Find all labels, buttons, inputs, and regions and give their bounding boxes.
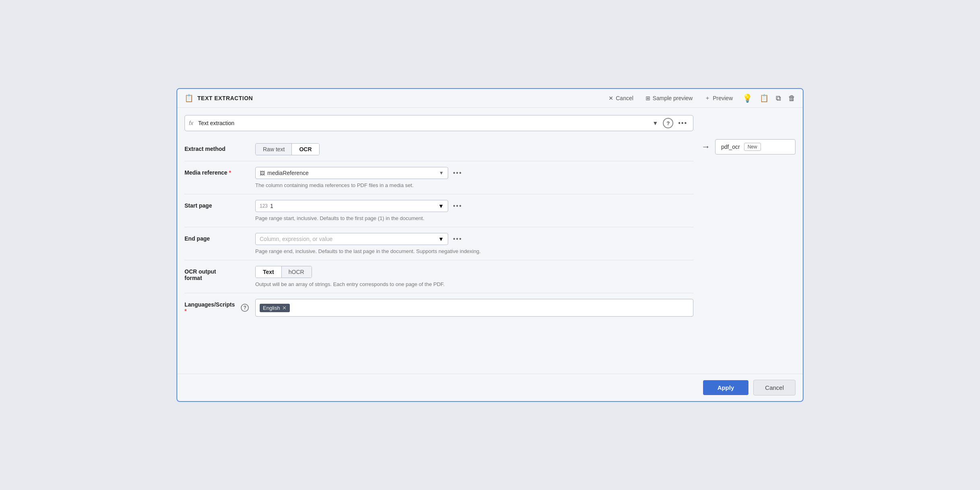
raw-text-button[interactable]: Raw text — [256, 144, 292, 155]
header-right: ✕ Cancel ⊞ Sample preview ＋ Preview 💡 📋 … — [606, 93, 795, 103]
ocr-output-format-label: OCR output format — [185, 266, 249, 281]
extract-method-toggle-group: Raw text OCR — [255, 143, 320, 155]
formula-bar: fx ▼ ? ••• — [185, 115, 693, 131]
media-reference-control: 🖼 mediaReference ▼ ••• The column contai… — [255, 167, 693, 188]
separator-4 — [185, 260, 693, 260]
languages-row: Languages/Scripts * ? English ✕ — [185, 294, 693, 321]
media-reference-value: mediaReference — [267, 170, 437, 176]
number-icon: 123 — [260, 203, 268, 209]
ocr-output-format-row: OCR output format Text hOCR Output will … — [185, 261, 693, 292]
separator-1 — [185, 161, 693, 161]
end-page-dropdown[interactable]: Column, expression, or value ▼ — [255, 233, 448, 245]
main-dialog: 📋 TEXT EXTRACTION ✕ Cancel ⊞ Sample prev… — [176, 88, 804, 402]
separator-3 — [185, 227, 693, 227]
end-page-chevron-icon: ▼ — [438, 236, 444, 242]
extract-method-row: Extract method Raw text OCR — [185, 138, 693, 160]
languages-label: Languages/Scripts * ? — [185, 299, 249, 314]
ocr-output-toggle-row: Text hOCR — [255, 266, 693, 278]
formula-more-button[interactable]: ••• — [677, 119, 689, 128]
start-page-chevron-icon: ▼ — [438, 203, 444, 209]
end-page-more-button[interactable]: ••• — [451, 235, 464, 243]
english-tag-label: English — [263, 305, 280, 311]
languages-label-text: Languages/Scripts * — [185, 301, 238, 314]
languages-help-button[interactable]: ? — [241, 304, 249, 312]
start-page-value: 1 — [270, 203, 436, 209]
image-icon: 🖼 — [260, 170, 265, 176]
ocr-output-toggle-group: Text hOCR — [255, 266, 312, 278]
header-bar: 📋 TEXT EXTRACTION ✕ Cancel ⊞ Sample prev… — [177, 89, 803, 108]
end-page-placeholder: Column, expression, or value — [260, 236, 436, 242]
new-badge: New — [744, 143, 761, 151]
end-page-label: End page — [185, 233, 249, 242]
copy-icon: ⧉ — [776, 94, 781, 103]
x-icon: ✕ — [609, 95, 613, 101]
fx-label: fx — [189, 120, 193, 126]
start-page-label: Start page — [185, 200, 249, 209]
lightbulb-icon: 💡 — [742, 93, 752, 103]
extract-method-label: Extract method — [185, 143, 249, 152]
right-panel: → pdf_ocr New — [701, 115, 795, 366]
media-reference-row: Media reference 🖼 mediaReference ▼ ••• T… — [185, 162, 693, 193]
preview-button[interactable]: ＋ Preview — [702, 93, 735, 103]
start-page-control-row: 123 1 ▼ ••• — [255, 200, 693, 212]
extract-method-control: Raw text OCR — [255, 143, 693, 155]
start-page-hint: Page range start, inclusive. Defaults to… — [255, 215, 693, 221]
media-reference-hint: The column containing media references t… — [255, 182, 693, 188]
header-title: TEXT EXTRACTION — [197, 95, 253, 101]
trash-icon[interactable]: 🗑 — [788, 94, 795, 103]
start-page-control: 123 1 ▼ ••• Page range start, inclusive.… — [255, 200, 693, 221]
formula-input[interactable] — [198, 120, 648, 126]
left-panel: fx ▼ ? ••• Extract method Raw text OCR — [185, 115, 693, 366]
arrow-right-icon: → — [701, 142, 710, 152]
end-page-control-row: Column, expression, or value ▼ ••• — [255, 233, 693, 245]
sample-preview-button[interactable]: ⊞ Sample preview — [643, 93, 695, 103]
media-reference-label: Media reference — [185, 167, 249, 176]
english-tag: English ✕ — [260, 304, 290, 312]
cancel-button[interactable]: ✕ Cancel — [606, 93, 636, 103]
end-page-row: End page Column, expression, or value ▼ … — [185, 228, 693, 259]
ocr-button[interactable]: OCR — [291, 143, 319, 155]
text-button[interactable]: Text — [255, 266, 282, 278]
grid-icon: ⊞ — [646, 95, 650, 101]
separator-5 — [185, 293, 693, 293]
languages-control: English ✕ — [255, 299, 693, 317]
apply-button[interactable]: Apply — [703, 380, 749, 395]
media-reference-dropdown[interactable]: 🖼 mediaReference ▼ — [255, 167, 448, 179]
clipboard-icon: 📋 — [760, 94, 769, 103]
start-page-field[interactable]: 123 1 ▼ — [255, 200, 448, 212]
footer-cancel-button[interactable]: Cancel — [753, 380, 795, 395]
book-icon: 📋 — [185, 94, 193, 103]
end-page-hint: Page range end, inclusive. Defaults to t… — [255, 248, 693, 254]
ocr-output-format-control: Text hOCR Output will be an array of str… — [255, 266, 693, 287]
english-tag-remove-button[interactable]: ✕ — [282, 305, 287, 311]
hocr-button[interactable]: hOCR — [281, 266, 312, 278]
chevron-down-icon: ▼ — [439, 170, 444, 176]
languages-tags-input[interactable]: English ✕ — [255, 299, 693, 317]
output-name: pdf_ocr — [721, 144, 740, 150]
formula-help-button[interactable]: ? — [663, 118, 673, 128]
ocr-output-hint: Output will be an array of strings. Each… — [255, 281, 693, 287]
separator-2 — [185, 194, 693, 194]
start-page-row: Start page 123 1 ▼ ••• Page range start,… — [185, 195, 693, 226]
extract-method-toggle-row: Raw text OCR — [255, 143, 693, 155]
output-box: pdf_ocr New — [715, 139, 795, 154]
footer-bar: Apply Cancel — [177, 374, 803, 401]
plus-icon: ＋ — [705, 95, 710, 102]
header-left: 📋 TEXT EXTRACTION — [185, 94, 253, 103]
start-page-more-button[interactable]: ••• — [451, 202, 464, 210]
media-reference-control-row: 🖼 mediaReference ▼ ••• — [255, 167, 693, 179]
end-page-control: Column, expression, or value ▼ ••• Page … — [255, 233, 693, 254]
formula-dropdown-button[interactable]: ▼ — [651, 119, 660, 127]
media-reference-more-button[interactable]: ••• — [451, 169, 464, 177]
main-content: fx ▼ ? ••• Extract method Raw text OCR — [177, 108, 803, 374]
form-section: Extract method Raw text OCR Media refere… — [185, 138, 693, 321]
